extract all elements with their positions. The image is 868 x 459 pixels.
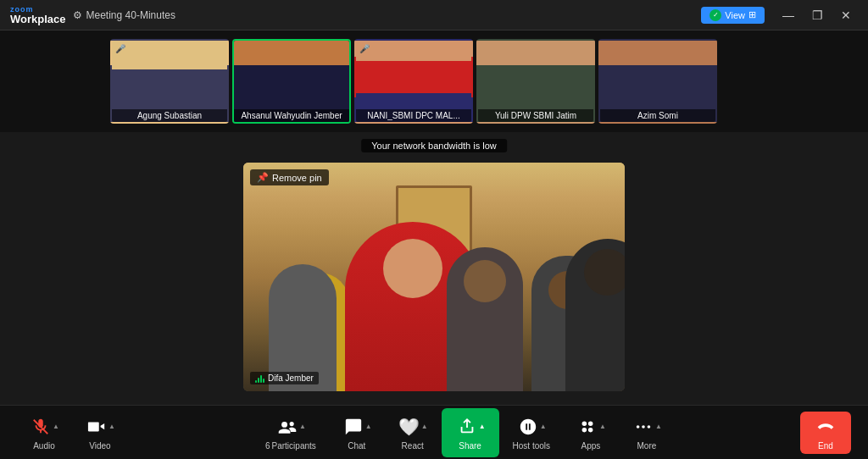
- end-icon: [814, 415, 837, 439]
- participants-strip: 🎤 Agung Subastian Ahsanul Wahyudin Jembe…: [0, 30, 868, 132]
- share-icon: [455, 415, 479, 439]
- video-icon: [85, 415, 108, 439]
- share-icon-row: ▲: [455, 415, 486, 439]
- audio-icon-row: ▲: [29, 415, 59, 439]
- view-button[interactable]: ✓ View ⊞: [701, 7, 765, 24]
- meeting-title: ⚙ Meeting 40-Minutes: [73, 9, 175, 21]
- svg-point-2: [289, 422, 293, 426]
- react-icon: 🤍: [398, 415, 421, 439]
- center-group: ▲ 6 Participants ▲ Chat 🤍: [253, 408, 674, 457]
- end-label: End: [818, 441, 833, 451]
- apps-icon: [576, 415, 599, 439]
- speaker-name-label: Difa Jember: [250, 372, 319, 384]
- more-chevron[interactable]: ▲: [655, 423, 662, 430]
- chat-icon-row: ▲: [342, 415, 372, 439]
- restore-button[interactable]: ❐: [805, 7, 829, 24]
- participants-count: 6: [265, 441, 270, 451]
- close-button[interactable]: ✕: [834, 7, 858, 24]
- title-left: zoom Workplace ⚙ Meeting 40-Minutes: [10, 6, 175, 25]
- main-video-container: 📌 Remove pin Difa Jember: [243, 163, 625, 391]
- chat-label: Chat: [348, 441, 365, 451]
- participants-icon: [275, 415, 299, 439]
- share-chevron[interactable]: ▲: [479, 423, 486, 430]
- chat-chevron[interactable]: ▲: [365, 423, 372, 430]
- mute-icon-1: 🎤: [115, 44, 125, 53]
- react-label: React: [402, 441, 424, 451]
- participant-name-4: Yuli DPW SBMI Jatim: [478, 109, 593, 122]
- participants-label-row: 6 Participants: [265, 441, 316, 451]
- video-content: [243, 163, 625, 391]
- microphone-muted-icon: [29, 415, 53, 439]
- participant-name-1: Agung Subastian: [112, 109, 227, 122]
- host-tools-icon-row: ▲: [516, 415, 547, 439]
- toolbar: ▲ Audio ▲ Video: [0, 405, 868, 459]
- minimize-button[interactable]: —: [776, 7, 800, 24]
- svg-point-7: [637, 425, 640, 429]
- apps-icon-row: ▲: [576, 415, 606, 439]
- audio-label: Audio: [33, 441, 55, 451]
- main-person-head: [383, 239, 442, 298]
- svg-point-8: [642, 425, 645, 429]
- audio-chevron[interactable]: ▲: [53, 423, 59, 430]
- main-video-area: Your network bandwidth is low: [0, 132, 868, 405]
- more-icon-row: ▲: [632, 415, 662, 439]
- person-5: [565, 239, 625, 391]
- title-bar: zoom Workplace ⚙ Meeting 40-Minutes ✓ Vi…: [0, 0, 868, 30]
- workplace-brand: Workplace: [10, 14, 66, 25]
- video-button[interactable]: ▲ Video: [73, 412, 127, 454]
- view-label: View: [725, 10, 745, 20]
- share-label: Share: [459, 441, 481, 451]
- participants-label: Participants: [272, 441, 316, 451]
- svg-point-3: [582, 421, 587, 426]
- participant-name-5: Azim Somi: [600, 109, 715, 122]
- apps-chevron[interactable]: ▲: [599, 423, 606, 430]
- audio-group: ▲ Audio ▲ Video: [17, 412, 127, 454]
- remove-pin-label: Remove pin: [272, 173, 322, 183]
- audio-button[interactable]: ▲ Audio: [17, 412, 71, 454]
- chat-icon: [342, 415, 365, 439]
- host-tools-icon: [516, 415, 540, 439]
- more-label: More: [637, 441, 657, 451]
- video-icon-row: ▲: [85, 415, 115, 439]
- pin-icon: 📌: [257, 172, 269, 183]
- network-warning: Your network bandwidth is low: [361, 139, 507, 152]
- react-button[interactable]: 🤍 ▲ React: [386, 412, 440, 454]
- zoom-logo: zoom Workplace: [10, 6, 66, 25]
- participant-thumb-5[interactable]: Azim Somi: [598, 39, 717, 124]
- host-tools-button[interactable]: ▲ Host tools: [501, 412, 562, 454]
- participants-icon-row: ▲: [275, 415, 306, 439]
- meeting-icon: ⚙: [73, 9, 82, 21]
- svg-point-4: [588, 421, 593, 426]
- svg-point-9: [648, 425, 651, 429]
- participants-chevron[interactable]: ▲: [299, 423, 306, 430]
- remove-pin-button[interactable]: 📌 Remove pin: [250, 169, 329, 185]
- end-button[interactable]: End: [800, 412, 851, 454]
- participant-name-3: NANI_SBMI DPC MAL...: [356, 109, 471, 122]
- view-grid-icon: ⊞: [748, 9, 756, 20]
- title-controls: ✓ View ⊞ — ❐ ✕: [701, 7, 858, 24]
- mute-icon-3: 🎤: [359, 44, 370, 53]
- speaker-name-text: Difa Jember: [268, 373, 314, 383]
- participants-button[interactable]: ▲ 6 Participants: [253, 412, 328, 454]
- host-tools-label: Host tools: [513, 441, 550, 451]
- audio-level-icon: [255, 374, 264, 383]
- participant-thumb-4[interactable]: Yuli DPW SBMI Jatim: [476, 39, 595, 124]
- apps-label: Apps: [581, 441, 601, 451]
- more-icon: [632, 415, 655, 439]
- chat-button[interactable]: ▲ Chat: [330, 412, 384, 454]
- participant-thumb-1[interactable]: 🎤 Agung Subastian: [110, 39, 229, 124]
- participant-thumb-2[interactable]: Ahsanul Wahyudin Jember: [232, 39, 351, 124]
- react-icon-row: 🤍 ▲: [398, 415, 428, 439]
- host-tools-chevron[interactable]: ▲: [540, 423, 547, 430]
- more-button[interactable]: ▲ More: [620, 412, 674, 454]
- participant-thumb-3[interactable]: 🎤 NANI_SBMI DPC MAL...: [354, 39, 473, 124]
- person-3: [447, 247, 523, 391]
- apps-button[interactable]: ▲ Apps: [564, 412, 618, 454]
- react-chevron[interactable]: ▲: [421, 423, 428, 430]
- svg-point-6: [588, 427, 593, 432]
- meeting-title-text: Meeting 40-Minutes: [86, 9, 175, 21]
- video-chevron[interactable]: ▲: [108, 423, 115, 430]
- video-label: Video: [89, 441, 110, 451]
- shield-icon: ✓: [709, 9, 721, 21]
- share-button[interactable]: ▲ Share: [442, 408, 499, 457]
